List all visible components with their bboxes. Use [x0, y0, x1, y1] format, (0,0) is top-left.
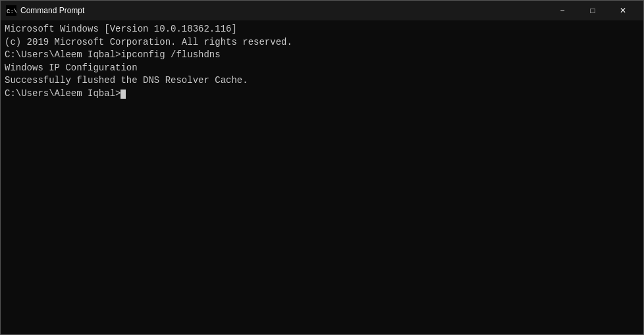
cmd-icon: C:\	[6, 5, 16, 16]
svg-text:C:\: C:\	[7, 9, 16, 15]
console-line: C:\Users\Aleem Iqbal>ipconfig /flushdns	[5, 49, 639, 62]
minimize-button[interactable]: −	[547, 1, 577, 20]
window-title: Command Prompt	[20, 6, 547, 15]
title-bar: C:\ Command Prompt − □ ✕	[1, 1, 643, 20]
maximize-button[interactable]: □	[577, 1, 608, 20]
window-controls: − □ ✕	[547, 1, 638, 20]
console-line: Windows IP Configuration	[5, 62, 639, 75]
cmd-window: C:\ Command Prompt − □ ✕ Microsoft Windo…	[0, 0, 644, 335]
console-line: Successfully flushed the DNS Resolver Ca…	[5, 74, 639, 88]
cursor	[121, 90, 126, 99]
console-line: C:\Users\Aleem Iqbal>	[5, 88, 639, 101]
close-button[interactable]: ✕	[608, 1, 638, 20]
console-body[interactable]: Microsoft Windows [Version 10.0.18362.11…	[1, 20, 643, 334]
console-line: (c) 2019 Microsoft Corporation. All righ…	[5, 36, 639, 49]
console-line: Microsoft Windows [Version 10.0.18362.11…	[5, 23, 639, 36]
